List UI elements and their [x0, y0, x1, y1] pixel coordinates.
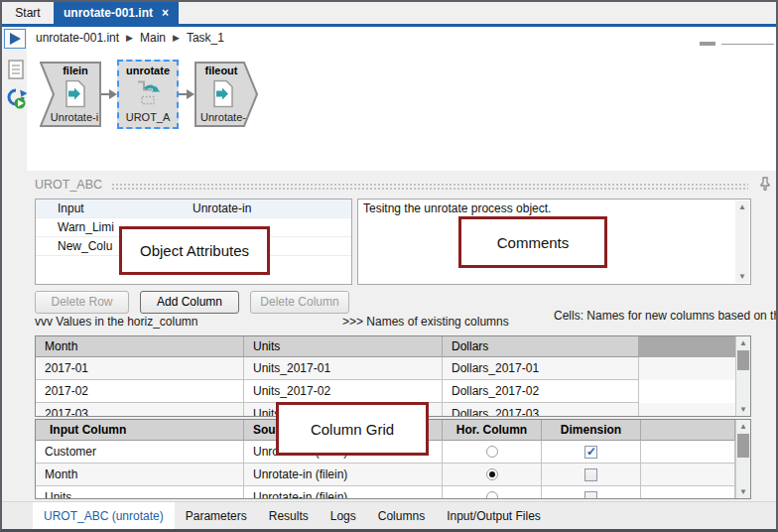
table-row[interactable]: 2017-01 Units_2017-01 Dollars_2017-01 [36, 357, 750, 380]
flow-node-unrotate-selected[interactable]: unrotate UROT_A [117, 60, 179, 129]
delete-column-button[interactable]: Delete Column [250, 291, 349, 314]
annotation-label: Column Grid [311, 421, 394, 438]
pin-icon[interactable] [759, 177, 771, 191]
file-input-icon [64, 79, 85, 107]
scroll-up-icon[interactable]: ▲ [735, 200, 749, 213]
checkbox-checked[interactable] [584, 446, 597, 459]
panel-title: UROT_ABC [35, 178, 102, 192]
breadcrumb-main[interactable]: Main [140, 31, 166, 45]
close-icon[interactable]: × [162, 6, 169, 20]
unrotate-node-title: unrotate [119, 65, 177, 76]
cell-month[interactable]: 2017-01 [36, 357, 244, 380]
cell-month[interactable]: 2017-03 [36, 403, 244, 417]
cell-hor-column[interactable] [443, 464, 542, 486]
hint-values: vvv Values in the horiz_column [35, 315, 198, 329]
comments-scrollbar[interactable]: ▲ ▼ [735, 200, 749, 283]
play-icon [10, 33, 21, 45]
delete-row-button[interactable]: Delete Row [35, 291, 129, 314]
attribute-row-input[interactable]: Input Unrotate-in [36, 200, 351, 218]
filein-node-label: Unrotate-i [40, 111, 101, 123]
cell-dimension[interactable] [542, 464, 641, 486]
cell-input-column[interactable]: Units [36, 486, 244, 499]
cell-units[interactable]: Units_2017-02 [244, 380, 443, 403]
document-icon[interactable] [8, 60, 25, 80]
cell-source[interactable]: Unrotate-in (filein) [244, 486, 443, 499]
connector-arrow-icon [187, 89, 194, 99]
cell-empty [641, 441, 735, 464]
cell-dimension[interactable] [542, 486, 641, 499]
hint-cells: Cells: Names for new columns based on th… [554, 309, 776, 323]
annotation-label: Object Attributes [140, 242, 249, 259]
fileout-node-title: fileout [194, 65, 258, 76]
connector-arrow-icon [109, 89, 117, 99]
table-row[interactable]: 2017-02 Units_2017-02 Dollars_2017-02 [36, 380, 750, 403]
header-empty [641, 420, 735, 441]
tab-active-label: unrotate-001.int [64, 6, 153, 20]
cell-input-column[interactable]: Month [36, 464, 244, 486]
scroll-down-icon[interactable]: ▼ [736, 403, 750, 416]
table-row[interactable]: Month Unrotate-in (filein) [36, 464, 750, 486]
value-grid-scrollbar[interactable]: ▲ ▼ [735, 336, 750, 416]
cell-empty [641, 486, 735, 499]
breadcrumb-task[interactable]: Task_1 [187, 31, 224, 45]
fileout-node-label: Unrotate- [194, 111, 258, 123]
add-column-button[interactable]: Add Column [140, 291, 239, 314]
checkbox-unchecked[interactable] [584, 468, 597, 481]
scroll-up-icon[interactable]: ▲ [736, 336, 750, 349]
cell-input-column[interactable]: Customer [36, 441, 244, 464]
document-tab-bar: Start unrotate-001.int × [2, 2, 776, 27]
tab-urot-abc[interactable]: UROT_ABC (unrotate) [33, 502, 175, 529]
header-hor-column[interactable]: Hor. Column [443, 420, 542, 441]
checkbox-unchecked[interactable] [584, 491, 597, 500]
chevron-right-icon: ▶ [173, 33, 180, 43]
scrollbar-thumb[interactable] [737, 434, 749, 458]
tab-results[interactable]: Results [258, 502, 320, 529]
breadcrumb-file[interactable]: unrotate-001.int [36, 31, 119, 45]
tab-parameters[interactable]: Parameters [175, 502, 258, 529]
scroll-up-icon[interactable]: ▲ [736, 420, 750, 433]
scroll-down-icon[interactable]: ▼ [736, 485, 750, 498]
header-dimension[interactable]: Dimension [542, 420, 641, 441]
tab-input-output-files[interactable]: Input/Output Files [436, 502, 552, 529]
cell-hor-column[interactable] [443, 441, 542, 464]
unrotate-node-label: UROT_A [119, 111, 177, 123]
panel-drag-texture[interactable] [111, 183, 748, 190]
column-grid-scrollbar[interactable]: ▲ ▼ [735, 420, 750, 498]
tab-logs[interactable]: Logs [320, 502, 367, 529]
comments-text: Tesitng the unrotate process object. [363, 201, 551, 215]
radio-unchecked[interactable] [486, 491, 498, 499]
cell-dimension[interactable] [542, 441, 641, 464]
header-month[interactable]: Month [36, 336, 244, 357]
file-output-icon [211, 79, 233, 107]
cell-hor-column[interactable] [443, 486, 542, 499]
header-input-column[interactable]: Input Column [36, 420, 244, 441]
header-dollars[interactable]: Dollars [443, 336, 639, 357]
flow-node-filein[interactable]: filein Unrotate-i [40, 62, 101, 127]
flow-node-fileout[interactable]: fileout Unrotate- [194, 62, 258, 127]
cell-dollars[interactable]: Dollars_2017-02 [443, 380, 639, 403]
header-units[interactable]: Units [244, 336, 443, 357]
attribute-name: Input [58, 201, 84, 215]
cell-units[interactable]: Units_2017-01 [244, 357, 443, 380]
attribute-name: Warn_Limi [58, 220, 114, 234]
scroll-down-icon[interactable]: ▼ [735, 270, 749, 283]
tab-active-document[interactable]: unrotate-001.int × [54, 2, 179, 24]
scrollbar-thumb[interactable] [737, 350, 749, 370]
run-button[interactable] [4, 29, 26, 49]
radio-checked[interactable] [486, 468, 498, 480]
annotation-column-grid: Column Grid [276, 402, 429, 456]
app-window: Start unrotate-001.int × unrotate-001.in… [0, 0, 778, 532]
cell-dollars[interactable]: Dollars_2017-01 [443, 357, 639, 380]
radio-unchecked[interactable] [486, 446, 498, 458]
splitter-line [721, 44, 774, 45]
cell-source[interactable]: Unrotate-in (filein) [244, 464, 443, 486]
annotation-object-attributes: Object Attributes [119, 226, 270, 275]
cell-month[interactable]: 2017-02 [36, 380, 244, 403]
table-row[interactable]: Units Unrotate-in (filein) [36, 486, 750, 499]
tab-columns[interactable]: Columns [367, 502, 436, 529]
rerun-history-icon[interactable] [5, 87, 27, 110]
splitter-handle[interactable] [700, 42, 715, 46]
hint-names: >>> Names of existing columns [342, 315, 509, 329]
cell-dollars[interactable]: Dollars_2017-03 [443, 403, 639, 417]
tab-start[interactable]: Start [2, 2, 54, 24]
